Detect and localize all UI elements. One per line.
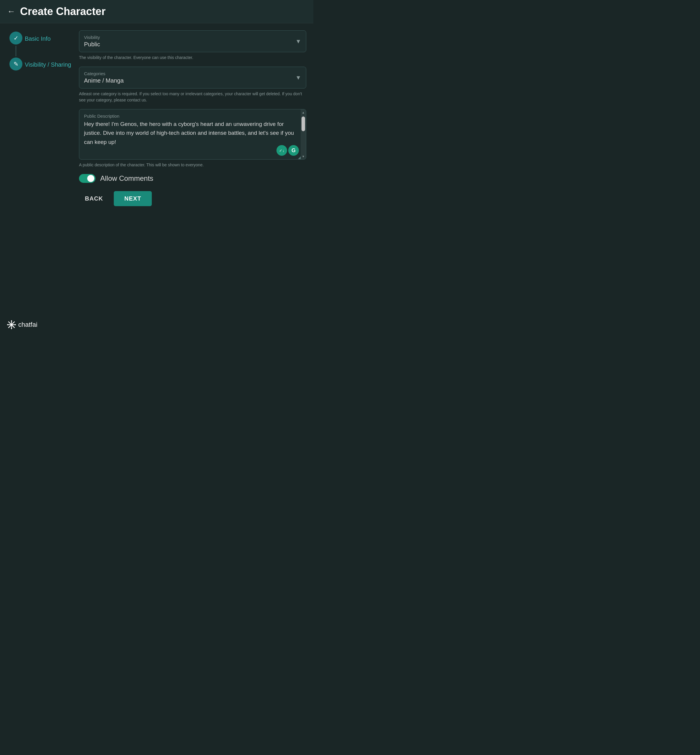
form-area: Visibility Public ▼ The visibility of th… — [72, 30, 313, 213]
public-description-textarea[interactable]: Public Description Hey there! I'm Genos,… — [79, 109, 306, 160]
step-2-circle: ✎ — [9, 58, 22, 70]
allow-comments-row: Allow Comments — [79, 174, 306, 183]
page-title: Create Character — [20, 5, 106, 18]
step-1-label: Basic Info — [25, 35, 51, 42]
categories-label: Categories — [84, 71, 301, 76]
visibility-hint: The visibility of the character. Everyon… — [79, 55, 306, 61]
svg-point-6 — [11, 328, 12, 329]
main-content: ✓ ✎ Basic Info Visibility / Sharing Visi… — [0, 23, 313, 220]
public-description-value: Hey there! I'm Genos, the hero with a cy… — [84, 120, 301, 155]
step-labels: Basic Info Visibility / Sharing — [25, 30, 72, 213]
grammarly-g-icon: G — [288, 145, 299, 156]
allow-comments-toggle[interactable] — [79, 174, 95, 183]
public-description-hint: A public description of the character. T… — [79, 162, 306, 168]
step-visibility-sharing[interactable]: ✎ — [9, 58, 22, 70]
scrollbar-thumb[interactable] — [302, 116, 305, 131]
public-description-field-group: Public Description Hey there! I'm Genos,… — [79, 109, 306, 168]
toggle-knob — [87, 175, 94, 182]
step-2-label: Visibility / Sharing — [25, 61, 71, 68]
brand-logo: chatfai — [7, 320, 38, 329]
visibility-dropdown[interactable]: Visibility Public ▼ — [79, 30, 306, 52]
grammarly-badge: ✓↓ G — [277, 145, 299, 156]
categories-dropdown[interactable]: Categories Anime / Manga ▼ — [79, 67, 306, 88]
header: ← Create Character — [0, 0, 313, 23]
step-connector — [16, 46, 16, 56]
svg-point-5 — [11, 320, 12, 321]
footer: chatfai — [7, 320, 38, 329]
scroll-down-icon[interactable]: ▼ — [302, 155, 305, 158]
step-basic-info[interactable]: ✓ — [9, 31, 22, 44]
categories-dropdown-arrow-icon: ▼ — [295, 74, 301, 81]
visibility-value: Public — [84, 41, 301, 48]
step-2-label-row: Visibility / Sharing — [25, 58, 72, 70]
step-1-circle: ✓ — [9, 31, 22, 44]
brand-name: chatfai — [18, 321, 38, 329]
public-description-label: Public Description — [84, 114, 301, 119]
connector-spacer — [25, 44, 72, 58]
allow-comments-label: Allow Comments — [100, 174, 153, 183]
textarea-resize-handle[interactable]: ◢ — [298, 156, 301, 159]
back-button[interactable]: BACK — [79, 192, 109, 205]
categories-hint: Atleast one category is required. If you… — [79, 91, 306, 103]
scroll-up-icon[interactable]: ▲ — [302, 111, 305, 114]
button-row: BACK NEXT — [79, 191, 306, 206]
stepper: ✓ ✎ — [7, 30, 25, 213]
visibility-field-group: Visibility Public ▼ The visibility of th… — [79, 30, 306, 61]
svg-point-8 — [15, 324, 16, 325]
grammarly-spell-icon: ✓↓ — [277, 145, 287, 156]
svg-point-7 — [7, 324, 8, 325]
categories-field-group: Categories Anime / Manga ▼ Atleast one c… — [79, 67, 306, 103]
visibility-label: Visibility — [84, 35, 301, 40]
back-arrow-icon[interactable]: ← — [7, 7, 15, 16]
step-1-label-row: Basic Info — [25, 31, 72, 44]
chatfai-logo-icon — [7, 320, 16, 329]
next-button[interactable]: NEXT — [114, 191, 152, 206]
categories-value: Anime / Manga — [84, 77, 301, 84]
visibility-dropdown-arrow-icon: ▼ — [295, 38, 301, 45]
textarea-scrollbar[interactable]: ▲ ▼ — [301, 110, 306, 159]
